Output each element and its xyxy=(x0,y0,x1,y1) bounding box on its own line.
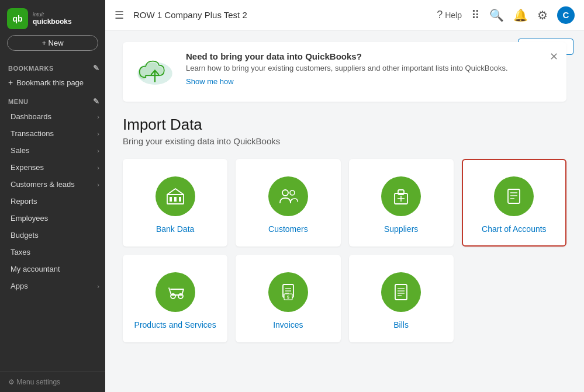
topbar-actions: ? Help ⠿ 🔍 🔔 ⚙ C xyxy=(437,6,575,24)
banner-body: Learn how to bring your existing custome… xyxy=(186,64,508,72)
chevron-right-icon: › xyxy=(97,181,99,188)
products-services-label: Products and Services xyxy=(134,320,216,329)
import-card-customers[interactable]: Customers xyxy=(236,159,340,247)
menu-section: MENU ✎ Dashboards › Transactions › Sales… xyxy=(0,91,105,296)
svg-text:qb: qb xyxy=(12,14,22,23)
chevron-right-icon: › xyxy=(97,147,99,154)
grid-icon[interactable]: ⠿ xyxy=(471,8,480,22)
sidebar-item-reports[interactable]: Reports xyxy=(0,193,105,210)
menu-settings[interactable]: ⚙ Menu settings xyxy=(0,372,105,392)
main-content: ☰ ROW 1 Company Plus Test 2 ? Help ⠿ 🔍 🔔… xyxy=(105,0,584,392)
banner-text: Need to bring your data into QuickBooks?… xyxy=(186,51,508,86)
import-cards-row1: Bank Data Customers xyxy=(123,159,566,247)
customers-icon-circle xyxy=(268,176,308,216)
chevron-right-icon: › xyxy=(97,113,99,120)
bookmarks-section: BOOKMARKS ✎ + Bookmark this page xyxy=(0,58,105,91)
import-subtitle: Bring your existing data into QuickBooks xyxy=(123,136,566,146)
svg-point-8 xyxy=(282,190,288,196)
user-avatar[interactable]: C xyxy=(557,6,575,24)
import-title: Import Data xyxy=(123,116,566,134)
gear-icon[interactable]: ⚙ xyxy=(537,8,548,22)
svg-rect-6 xyxy=(174,197,177,202)
bookmarks-label: BOOKMARKS xyxy=(8,65,54,72)
close-button[interactable]: ✕ xyxy=(550,50,558,63)
new-button[interactable]: + New xyxy=(7,35,98,51)
bookmarks-header[interactable]: BOOKMARKS ✎ xyxy=(0,61,105,75)
bills-label: Bills xyxy=(393,320,409,329)
sidebar-item-taxes[interactable]: Taxes xyxy=(0,244,105,261)
import-card-products-services[interactable]: Products and Services xyxy=(123,255,227,342)
svg-point-9 xyxy=(290,190,295,195)
invoices-icon-circle: $ xyxy=(268,272,308,312)
bank-data-label: Bank Data xyxy=(156,224,194,234)
products-services-icon-circle xyxy=(155,272,195,312)
import-card-bank-data[interactable]: Bank Data xyxy=(123,159,227,247)
banner-heading: Need to bring your data into QuickBooks? xyxy=(186,51,508,61)
cloud-upload-icon xyxy=(134,51,175,92)
suppliers-label: Suppliers xyxy=(384,224,418,234)
bills-icon-circle xyxy=(381,272,421,312)
logo-text: intuit quickbooks xyxy=(33,12,72,26)
bookmarks-edit-icon[interactable]: ✎ xyxy=(93,64,100,72)
bookmark-this-page[interactable]: + Bookmark this page xyxy=(0,75,105,90)
sidebar-logo: qb intuit quickbooks xyxy=(0,0,105,35)
sidebar-item-sales[interactable]: Sales › xyxy=(0,142,105,159)
suppliers-icon-circle xyxy=(381,176,421,216)
bank-data-icon-circle xyxy=(155,176,195,216)
banner-link[interactable]: Show me how xyxy=(186,77,508,86)
chevron-right-icon: › xyxy=(97,283,99,290)
topbar: ☰ ROW 1 Company Plus Test 2 ? Help ⠿ 🔍 🔔… xyxy=(105,0,584,30)
customers-label: Customers xyxy=(268,224,308,234)
plus-icon: + xyxy=(8,78,13,87)
svg-rect-26 xyxy=(395,285,407,300)
bell-icon[interactable]: 🔔 xyxy=(513,8,528,22)
page-content: Feedback Need to bring your data into Qu… xyxy=(105,30,584,392)
chart-of-accounts-icon-circle xyxy=(494,176,534,216)
sidebar-item-dashboards[interactable]: Dashboards › xyxy=(0,108,105,125)
gear-icon: ⚙ xyxy=(8,378,16,386)
import-cards-row2: Products and Services $ Invoices xyxy=(123,255,566,342)
help-circle-icon: ? xyxy=(437,9,443,21)
invoices-label: Invoices xyxy=(273,320,303,329)
menu-edit-icon[interactable]: ✎ xyxy=(93,97,100,106)
svg-rect-14 xyxy=(508,189,520,203)
import-banner: Need to bring your data into QuickBooks?… xyxy=(123,42,566,102)
import-card-chart-of-accounts[interactable]: Chart of Accounts xyxy=(462,159,566,247)
sidebar-item-apps[interactable]: Apps › xyxy=(0,277,105,294)
chart-of-accounts-label: Chart of Accounts xyxy=(482,224,547,234)
search-icon[interactable]: 🔍 xyxy=(489,8,504,22)
sidebar-item-customers-leads[interactable]: Customers & leads › xyxy=(0,176,105,193)
svg-rect-7 xyxy=(179,197,181,202)
chevron-right-icon: › xyxy=(97,164,99,171)
svg-text:$: $ xyxy=(287,295,289,300)
menu-header[interactable]: MENU ✎ xyxy=(0,95,105,108)
sidebar-item-expenses[interactable]: Expenses › xyxy=(0,159,105,176)
sidebar-item-budgets[interactable]: Budgets xyxy=(0,227,105,244)
menu-label: MENU xyxy=(8,98,28,105)
import-card-suppliers[interactable]: Suppliers xyxy=(349,159,454,247)
import-card-bills[interactable]: Bills xyxy=(349,255,454,342)
svg-marker-4 xyxy=(167,189,184,195)
company-title: ROW 1 Company Plus Test 2 xyxy=(133,10,431,20)
svg-rect-5 xyxy=(170,197,172,202)
hamburger-icon[interactable]: ☰ xyxy=(115,9,124,22)
chevron-right-icon: › xyxy=(97,130,99,137)
help-button[interactable]: ? Help xyxy=(437,9,462,21)
sidebar-item-transactions[interactable]: Transactions › xyxy=(0,125,105,142)
sidebar-item-employees[interactable]: Employees xyxy=(0,210,105,227)
sidebar: qb intuit quickbooks + New BOOKMARKS ✎ +… xyxy=(0,0,105,392)
quickbooks-logo-icon: qb xyxy=(7,8,28,29)
import-card-empty xyxy=(462,255,566,342)
import-card-invoices[interactable]: $ Invoices xyxy=(236,255,340,342)
sidebar-item-my-accountant[interactable]: My accountant xyxy=(0,261,105,277)
